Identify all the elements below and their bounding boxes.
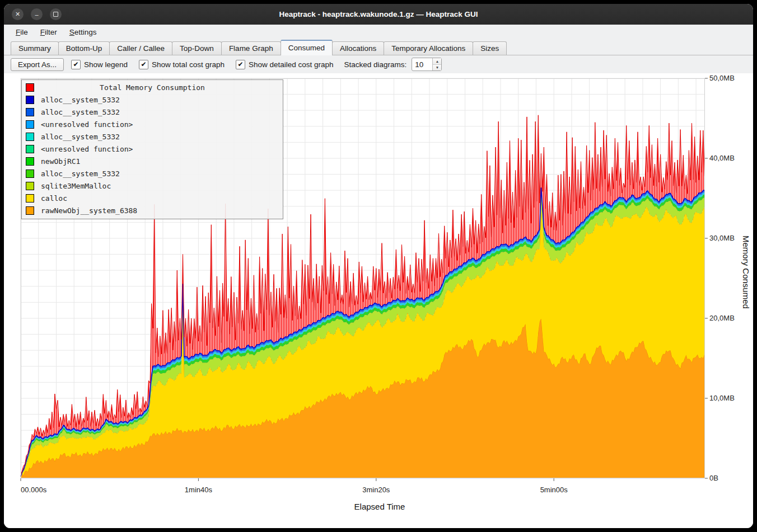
stacked-diagrams-value: 10 bbox=[412, 58, 432, 70]
tab-allocations[interactable]: Allocations bbox=[332, 41, 384, 55]
checkbox-show-legend[interactable]: ✔Show legend bbox=[71, 60, 128, 69]
y-tick-label: 20,0MB bbox=[709, 314, 735, 322]
stacked-diagrams-spinbox[interactable]: 10 ▲▼ bbox=[412, 58, 442, 71]
x-tick-label: 5min00s bbox=[540, 486, 568, 494]
checkbox-label: Show legend bbox=[84, 60, 128, 69]
tab-sizes[interactable]: Sizes bbox=[473, 41, 507, 55]
checkbox-box[interactable]: ✔ bbox=[236, 60, 245, 69]
checkbox-label: Show detailed cost graph bbox=[249, 60, 334, 69]
legend-swatch bbox=[26, 157, 34, 166]
tab-bar: SummaryBottom-UpCaller / CalleeTop-DownF… bbox=[4, 39, 753, 55]
legend-swatch bbox=[26, 170, 34, 178]
checkbox-box[interactable]: ✔ bbox=[139, 60, 148, 69]
y-tick-label: 10,0MB bbox=[709, 394, 735, 402]
x-tick-label: 3min20s bbox=[362, 486, 390, 494]
window-controls: ✕– bbox=[12, 4, 62, 25]
minimize-button[interactable]: – bbox=[31, 8, 43, 20]
checkbox-label: Show total cost graph bbox=[152, 60, 225, 69]
legend-item: alloc__system_5332 bbox=[22, 130, 283, 143]
window-title: Heaptrack - heaptrack.wakunode.1.gz — He… bbox=[279, 10, 478, 18]
menu-filter[interactable]: Filter bbox=[35, 26, 62, 38]
menu-settings[interactable]: Settings bbox=[64, 26, 102, 38]
tab-flame-graph[interactable]: Flame Graph bbox=[221, 41, 281, 55]
screen: { "window": { "title": "Heaptrack - heap… bbox=[0, 0, 757, 532]
heaptrack-window: ✕– Heaptrack - heaptrack.wakunode.1.gz —… bbox=[4, 4, 753, 528]
y-tick-label: 40,0MB bbox=[709, 154, 735, 162]
legend-swatch bbox=[26, 194, 34, 203]
legend-item-label: alloc__system_5332 bbox=[41, 170, 120, 178]
stacked-diagrams-label: Stacked diagrams: bbox=[344, 60, 407, 69]
maximize-button[interactable] bbox=[50, 8, 62, 20]
legend-swatch bbox=[26, 145, 34, 153]
legend-swatch bbox=[26, 182, 34, 190]
legend-item: newObjRC1 bbox=[22, 155, 283, 167]
export-as-button[interactable]: Export As... bbox=[11, 58, 64, 71]
legend-item: alloc__system_5332 bbox=[22, 167, 283, 180]
tab-summary[interactable]: Summary bbox=[11, 41, 59, 55]
close-button[interactable]: ✕ bbox=[12, 8, 24, 20]
legend-swatch bbox=[26, 133, 34, 141]
chart-legend: Total Memory Consumptionalloc__system_53… bbox=[21, 79, 283, 219]
tab-caller-callee[interactable]: Caller / Callee bbox=[109, 41, 172, 55]
y-tick-label: 50,0MB bbox=[709, 74, 735, 82]
spin-down-button[interactable]: ▼ bbox=[433, 65, 441, 71]
legend-item-label: alloc__system_5332 bbox=[41, 108, 120, 116]
legend-item: <unresolved function> bbox=[22, 118, 283, 130]
legend-item-label: calloc bbox=[41, 194, 67, 203]
toolbar: Export As... ✔Show legend✔Show total cos… bbox=[4, 55, 753, 73]
legend-swatch bbox=[26, 96, 34, 104]
y-tick-label: 30,0MB bbox=[709, 234, 735, 242]
checkbox-box[interactable]: ✔ bbox=[71, 60, 81, 69]
checkbox-show-detailed-cost-graph[interactable]: ✔Show detailed cost graph bbox=[236, 60, 334, 69]
legend-item-label: newObjRC1 bbox=[41, 157, 80, 166]
legend-item: calloc bbox=[22, 192, 283, 204]
x-tick-label: 00.000s bbox=[21, 486, 46, 494]
legend-item: alloc__system_5332 bbox=[22, 93, 283, 106]
menu-bar: FileFilterSettings bbox=[4, 25, 753, 39]
legend-item-label: alloc__system_5332 bbox=[41, 96, 120, 104]
legend-item-label: <unresolved function> bbox=[41, 145, 133, 153]
legend-title: Total Memory Consumption bbox=[41, 83, 264, 92]
legend-title-row: Total Memory Consumption bbox=[22, 81, 283, 93]
title-bar: ✕– Heaptrack - heaptrack.wakunode.1.gz —… bbox=[4, 4, 753, 25]
legend-item-label: rawNewObj__system_6388 bbox=[41, 206, 137, 215]
legend-swatch bbox=[26, 83, 34, 92]
tab-bottom-up[interactable]: Bottom-Up bbox=[58, 41, 110, 55]
legend-swatch bbox=[26, 108, 34, 116]
maximize-icon bbox=[53, 12, 58, 17]
tab-temporary-allocations[interactable]: Temporary Allocations bbox=[384, 41, 473, 55]
spin-up-button[interactable]: ▲ bbox=[433, 58, 441, 65]
spinner-buttons: ▲▼ bbox=[432, 58, 441, 70]
y-axis-title: Memory Consumed bbox=[741, 236, 751, 309]
checkbox-group: ✔Show legend✔Show total cost graph✔Show … bbox=[69, 60, 334, 69]
legend-item-label: alloc__system_5332 bbox=[41, 133, 120, 141]
legend-item: <unresolved function> bbox=[22, 143, 283, 155]
tab-consumed[interactable]: Consumed bbox=[281, 40, 333, 55]
legend-item: rawNewObj__system_6388 bbox=[22, 204, 283, 216]
y-tick-label: 0B bbox=[709, 474, 718, 482]
legend-swatch bbox=[26, 120, 34, 129]
chart-area: Total Memory Consumptionalloc__system_53… bbox=[4, 73, 753, 528]
tab-top-down[interactable]: Top-Down bbox=[172, 41, 222, 55]
legend-item-label: sqlite3MemMalloc bbox=[41, 182, 111, 190]
x-axis-title: Elapsed Time bbox=[354, 502, 405, 511]
menu-file[interactable]: File bbox=[11, 26, 33, 38]
x-tick-label: 1min40s bbox=[185, 486, 212, 494]
legend-item: sqlite3MemMalloc bbox=[22, 180, 283, 192]
legend-item-label: <unresolved function> bbox=[41, 120, 133, 129]
legend-swatch bbox=[26, 206, 34, 215]
legend-item: alloc__system_5332 bbox=[22, 106, 283, 118]
plot[interactable]: Total Memory Consumptionalloc__system_53… bbox=[21, 78, 705, 478]
checkbox-show-total-cost-graph[interactable]: ✔Show total cost graph bbox=[139, 60, 225, 69]
